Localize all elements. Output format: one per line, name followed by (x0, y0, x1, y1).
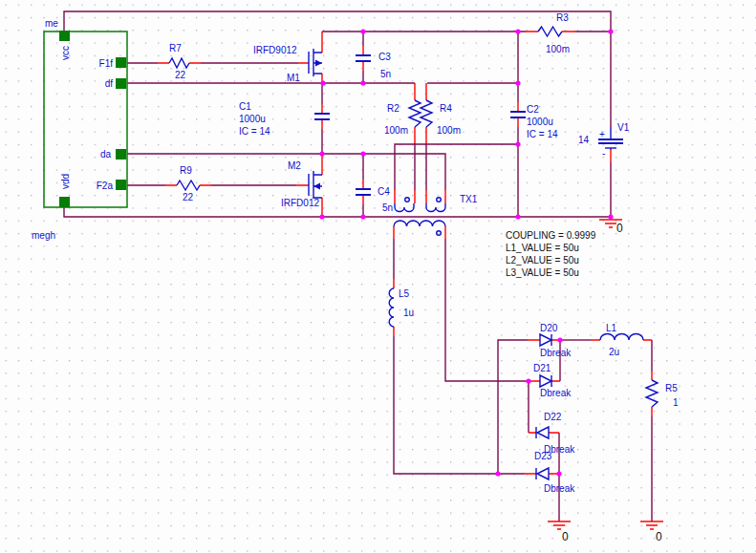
c1-ic: IC = 14 (239, 126, 270, 137)
junction-dot (360, 214, 365, 219)
junction-dot (320, 80, 325, 85)
junction-dot (319, 151, 324, 156)
m2-ref: M2 (288, 160, 301, 171)
pin-label-f2a: F2a (97, 181, 114, 191)
d20-ref: D20 (540, 323, 558, 333)
c1-ref: C1 (239, 101, 251, 112)
tx1-l3-value: L3_VALUE = 50u (506, 267, 579, 278)
d23-model: Dbreak (544, 483, 575, 494)
d21-ref: D21 (533, 363, 551, 373)
r7-value: 22 (175, 70, 186, 80)
l1-value: 2u (609, 347, 619, 357)
l5-ref: L5 (399, 288, 410, 299)
pin-label-df: df (105, 78, 114, 89)
pin-da[interactable] (116, 149, 126, 160)
junction-dot (557, 337, 562, 342)
junction-dot (319, 214, 324, 219)
l5-value: 1u (403, 308, 414, 318)
r5-ref: R5 (665, 383, 678, 393)
d22-ref: D22 (544, 412, 562, 422)
junction-dot (608, 214, 613, 219)
r2-value: 100m (384, 125, 408, 136)
junction-dot (515, 141, 520, 146)
c3-ref: C3 (378, 52, 391, 62)
junction-dot (360, 29, 365, 33)
c3-value: 5n (380, 69, 391, 79)
pin-label-vcc: vcc (60, 46, 71, 60)
junction-dot (360, 80, 365, 85)
pin-label-f1f: F1f (99, 58, 114, 69)
pin-label-da: da (100, 149, 112, 160)
m2-model: IRFD012 (281, 198, 319, 208)
junction-dot (556, 471, 561, 476)
d23-ref: D23 (534, 451, 552, 461)
c2-ic: IC = 14 (527, 129, 558, 139)
block-net-label: megh (32, 230, 55, 241)
junction-dot (360, 151, 365, 156)
junction-dot (515, 214, 520, 219)
tx1-l1-value: L1_VALUE = 50u (506, 243, 579, 253)
r4-ref: R4 (440, 103, 452, 114)
ground-v1-label: 0 (616, 222, 623, 235)
m1-ref: M1 (287, 73, 300, 83)
junction-dot (495, 471, 500, 476)
v1-plus: + (599, 129, 605, 139)
m1-model: IRFD9012 (253, 45, 297, 55)
pin-df[interactable] (116, 78, 126, 89)
c2-ref: C2 (527, 104, 539, 115)
ground-bridge-label: 0 (562, 530, 569, 543)
pin-label-vdd: vdd (60, 174, 71, 189)
tx1-ref: TX1 (460, 194, 478, 204)
c4-ref: C4 (378, 186, 390, 197)
pin-f2a[interactable] (116, 180, 126, 190)
junction-dot (515, 29, 520, 33)
r3-value: 100m (546, 44, 570, 54)
schematic-canvas: me megh vcc vdd F1f df da F2a R7 22 R9 2… (0, 0, 756, 553)
r7-ref: R7 (169, 43, 182, 53)
c1-value: 1000u (239, 114, 266, 124)
l1-ref: L1 (606, 323, 617, 333)
ground-r5-label: 0 (656, 530, 662, 543)
tx1-coupling: COUPLING = 0.9999 (506, 230, 596, 241)
d20-model: Dbreak (540, 348, 572, 358)
tx1-l2-value: L2_VALUE = 50u (506, 255, 579, 266)
r3-ref: R3 (556, 12, 569, 23)
d21-model: Dbreak (540, 388, 572, 398)
c2-value: 1000u (527, 117, 553, 127)
v1-value: 14 (578, 135, 590, 145)
junction-dot (608, 29, 613, 33)
c4-value: 5n (382, 202, 393, 213)
v1-ref: V1 (617, 122, 630, 133)
block-ref-label: me (45, 18, 58, 29)
r2-ref: R2 (387, 103, 400, 114)
r5-value: 1 (673, 397, 679, 408)
junction-dot (526, 378, 530, 383)
v1-minus: - (602, 148, 605, 159)
r4-value: 100m (437, 125, 461, 136)
pin-vcc[interactable] (59, 31, 70, 41)
pin-vdd[interactable] (59, 197, 70, 207)
r9-value: 22 (183, 192, 194, 202)
r9-ref: R9 (180, 165, 192, 176)
pin-f1f[interactable] (116, 57, 126, 68)
junction-dot (515, 80, 520, 85)
